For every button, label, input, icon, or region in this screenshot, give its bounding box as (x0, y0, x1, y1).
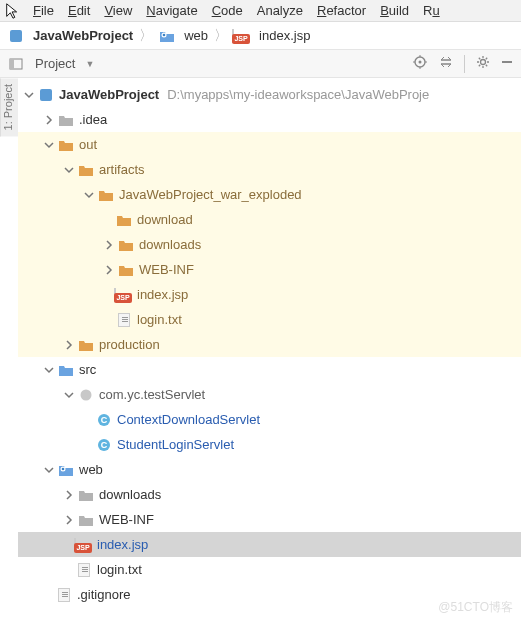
chevron-down-icon[interactable] (42, 363, 56, 377)
menu-edit[interactable]: Edit (61, 1, 97, 20)
tree-item-class-download[interactable]: C ContextDownloadServlet (18, 407, 521, 432)
chevron-down-icon[interactable] (42, 138, 56, 152)
collapse-all-icon[interactable] (438, 54, 454, 73)
text-file-icon (116, 312, 132, 328)
menu-bar: FFileile Edit View Navigate Code Analyze… (0, 0, 521, 22)
scroll-to-source-icon[interactable] (412, 54, 428, 73)
chevron-right-icon[interactable] (42, 113, 56, 127)
svg-point-8 (81, 389, 92, 400)
menu-code[interactable]: Code (205, 1, 250, 20)
chevron-down-icon[interactable] (62, 163, 76, 177)
hide-icon[interactable] (501, 56, 513, 71)
cursor-icon (4, 2, 22, 20)
svg-text:C: C (101, 440, 108, 450)
svg-point-14 (62, 467, 65, 470)
chevron-right-icon[interactable] (102, 238, 116, 252)
breadcrumb: JavaWebProject 〉 web 〉 JSP index.jsp (0, 22, 521, 50)
tree-item-idea[interactable]: .idea (18, 107, 521, 132)
project-tool-header: Project ▼ (0, 50, 521, 78)
web-folder-icon (58, 462, 74, 478)
tree-item-out[interactable]: out (18, 132, 521, 157)
folder-icon (118, 237, 134, 253)
separator (464, 55, 465, 73)
tree-item-class-login[interactable]: C StudentLoginServlet (18, 432, 521, 457)
tree-item-logintxt[interactable]: login.txt (18, 557, 521, 582)
chevron-down-icon[interactable] (42, 463, 56, 477)
tree-item-downloads2[interactable]: downloads (18, 482, 521, 507)
chevron-right-icon[interactable] (102, 263, 116, 277)
folder-icon (78, 337, 94, 353)
tree-item-download[interactable]: download (18, 207, 521, 232)
text-file-icon (76, 562, 92, 578)
menu-run[interactable]: Ru (416, 1, 447, 20)
svg-rect-3 (10, 59, 14, 69)
tree-item-downloads[interactable]: downloads (18, 232, 521, 257)
folder-icon (78, 512, 94, 528)
chevron-right-icon[interactable] (62, 488, 76, 502)
folder-icon (118, 262, 134, 278)
svg-point-6 (481, 60, 486, 65)
breadcrumb-file[interactable]: JSP index.jsp (232, 28, 312, 44)
menu-build[interactable]: Build (373, 1, 416, 20)
jsp-icon: JSP (116, 287, 132, 303)
breadcrumb-project[interactable]: JavaWebProject (6, 28, 135, 44)
project-view-icon (8, 56, 24, 72)
chevron-down-icon[interactable] (22, 88, 36, 102)
tree-root[interactable]: JavaWebProject D:\myapps\my-ideaworkspac… (18, 82, 521, 107)
menu-refactor[interactable]: Refactor (310, 1, 373, 20)
folder-icon (78, 162, 94, 178)
jsp-icon: JSP (76, 537, 92, 553)
folder-icon (58, 112, 74, 128)
chevron-down-icon[interactable] (82, 188, 96, 202)
tool-title: Project (35, 56, 75, 71)
svg-point-5 (419, 61, 422, 64)
class-icon: C (96, 437, 112, 453)
watermark: @51CTO博客 (438, 599, 513, 616)
source-folder-icon (58, 362, 74, 378)
settings-icon[interactable] (475, 54, 491, 73)
breadcrumb-separator: 〉 (214, 27, 228, 45)
jsp-icon: JSP (234, 28, 250, 44)
menu-view[interactable]: View (97, 1, 139, 20)
tree-item-artifacts[interactable]: artifacts (18, 157, 521, 182)
module-icon (38, 87, 54, 103)
web-folder-icon (159, 28, 175, 44)
breadcrumb-web[interactable]: web (157, 28, 210, 44)
tree-item-war-exploded[interactable]: JavaWebProject_war_exploded (18, 182, 521, 207)
tree-item-webinf2[interactable]: WEB-INF (18, 507, 521, 532)
class-icon: C (96, 412, 112, 428)
dropdown-icon[interactable]: ▼ (85, 59, 94, 69)
tree-item-logintxt-out[interactable]: login.txt (18, 307, 521, 332)
svg-text:C: C (101, 415, 108, 425)
breadcrumb-separator: 〉 (139, 27, 153, 45)
tree-item-indexjsp[interactable]: JSP index.jsp (18, 532, 521, 557)
tree-item-package[interactable]: com.yc.testServlet (18, 382, 521, 407)
tree-item-src[interactable]: src (18, 357, 521, 382)
tool-window-tab-project[interactable]: 1: Project (0, 78, 18, 136)
text-file-icon (56, 587, 72, 603)
chevron-right-icon[interactable] (62, 513, 76, 527)
svg-point-1 (163, 33, 166, 36)
folder-icon (58, 137, 74, 153)
svg-rect-7 (502, 61, 512, 63)
chevron-right-icon[interactable] (62, 338, 76, 352)
module-icon (8, 28, 24, 44)
chevron-down-icon[interactable] (62, 388, 76, 402)
menu-file[interactable]: FFileile (26, 1, 61, 20)
folder-icon (78, 487, 94, 503)
menu-navigate[interactable]: Navigate (139, 1, 204, 20)
tree-item-indexjsp-out[interactable]: JSP index.jsp (18, 282, 521, 307)
tree-item-production[interactable]: production (18, 332, 521, 357)
tree-item-webinf[interactable]: WEB-INF (18, 257, 521, 282)
project-tree[interactable]: JavaWebProject D:\myapps\my-ideaworkspac… (18, 78, 521, 611)
package-icon (78, 387, 94, 403)
tree-item-web[interactable]: web (18, 457, 521, 482)
folder-icon (98, 187, 114, 203)
menu-analyze[interactable]: Analyze (250, 1, 310, 20)
folder-icon (116, 212, 132, 228)
